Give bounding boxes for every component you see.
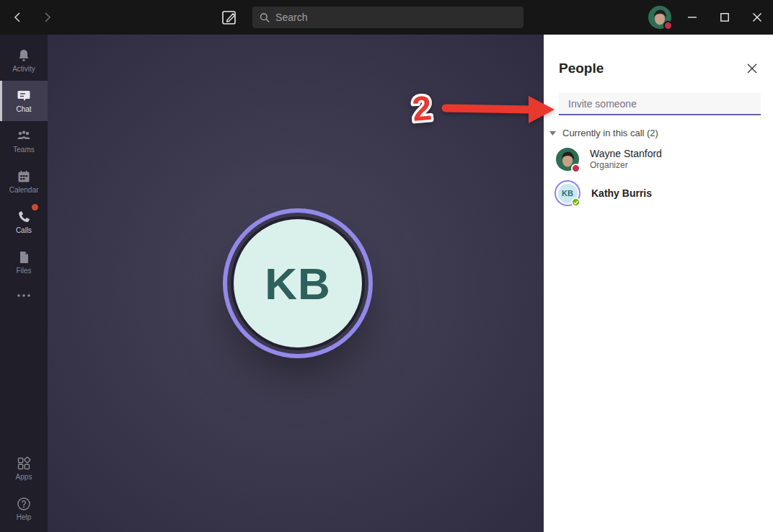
sidebar-item-calls[interactable]: Calls: [0, 202, 48, 242]
new-chat-button[interactable]: [220, 8, 239, 27]
call-roster-section-header[interactable]: Currently in this call (2): [549, 128, 773, 138]
available-status-dot: [571, 198, 580, 207]
app-rail: Activity Chat Teams: [0, 35, 48, 532]
sidebar-spacer: [0, 309, 48, 448]
phone-icon: [17, 210, 31, 224]
panel-title: People: [559, 61, 604, 76]
sidebar-item-label: Calls: [16, 227, 32, 234]
participant-row-kathy[interactable]: KB Kathy Burris: [556, 180, 773, 206]
sidebar-item-label: Apps: [16, 474, 32, 481]
participant-name: Wayne Stanford: [590, 148, 662, 160]
search-bar[interactable]: [252, 6, 524, 28]
invite-someone-input[interactable]: [559, 93, 761, 115]
history-nav: [7, 7, 58, 27]
sidebar-item-activity[interactable]: Activity: [0, 40, 48, 81]
calendar-icon: [17, 169, 31, 184]
minimize-icon: [688, 13, 697, 22]
chevron-left-icon: [13, 12, 22, 23]
window-controls: [676, 0, 773, 35]
search-input[interactable]: [275, 12, 516, 23]
busy-status-dot: [571, 164, 580, 173]
stage-avatar-initials: KB: [234, 219, 362, 347]
maximize-button[interactable]: [708, 0, 741, 35]
caret-down-icon: [549, 131, 556, 136]
participant-row-wayne[interactable]: Wayne Stanford Organizer: [556, 148, 773, 171]
close-icon: [747, 63, 757, 74]
back-button[interactable]: [7, 7, 27, 27]
sidebar-item-label: Teams: [13, 146, 34, 154]
sidebar-item-files[interactable]: Files: [0, 242, 48, 283]
help-icon: [17, 497, 31, 511]
more-ellipsis-icon: [17, 293, 31, 298]
people-panel: People Currently in this call (2): [544, 35, 773, 532]
sidebar-item-help[interactable]: Help: [0, 489, 48, 529]
sidebar-item-label: Activity: [12, 66, 35, 73]
participant-role: Organizer: [590, 160, 662, 171]
user-avatar[interactable]: [648, 6, 671, 29]
calls-notification-dot: [32, 204, 38, 210]
participant-stage-avatar: KB: [234, 219, 362, 347]
search-icon: [260, 12, 270, 23]
sidebar-item-label: Files: [16, 267, 31, 275]
minimize-button[interactable]: [676, 0, 708, 35]
teams-people-icon: [16, 129, 32, 143]
check-icon: [573, 200, 578, 205]
call-stage: KB: [48, 35, 544, 532]
document-icon: [17, 250, 30, 265]
bell-icon: [17, 48, 31, 63]
titlebar: [0, 0, 773, 35]
avatar: [556, 148, 579, 171]
section-label: Currently in this call (2): [562, 128, 658, 138]
busy-status-dot: [663, 21, 673, 30]
sidebar-item-apps[interactable]: Apps: [0, 448, 48, 489]
apps-icon: [17, 456, 31, 471]
sidebar-item-chat[interactable]: Chat: [0, 81, 48, 121]
participant-name: Kathy Burris: [591, 187, 652, 200]
chevron-right-icon: [43, 12, 52, 23]
close-window-button[interactable]: [741, 0, 773, 35]
sidebar-item-label: Chat: [16, 106, 31, 113]
avatar: KB: [555, 180, 580, 206]
sidebar-item-label: Calendar: [9, 187, 39, 194]
maximize-icon: [720, 13, 729, 22]
sidebar-item-label: Help: [17, 514, 32, 521]
forward-button[interactable]: [37, 7, 58, 27]
sidebar-more-button[interactable]: [0, 283, 48, 309]
close-panel-button[interactable]: [744, 61, 760, 76]
chat-bubble-icon: [17, 89, 31, 103]
compose-icon: [221, 9, 237, 25]
close-icon: [753, 13, 761, 22]
sidebar-item-teams[interactable]: Teams: [0, 121, 48, 161]
sidebar-item-calendar[interactable]: Calendar: [0, 161, 48, 202]
